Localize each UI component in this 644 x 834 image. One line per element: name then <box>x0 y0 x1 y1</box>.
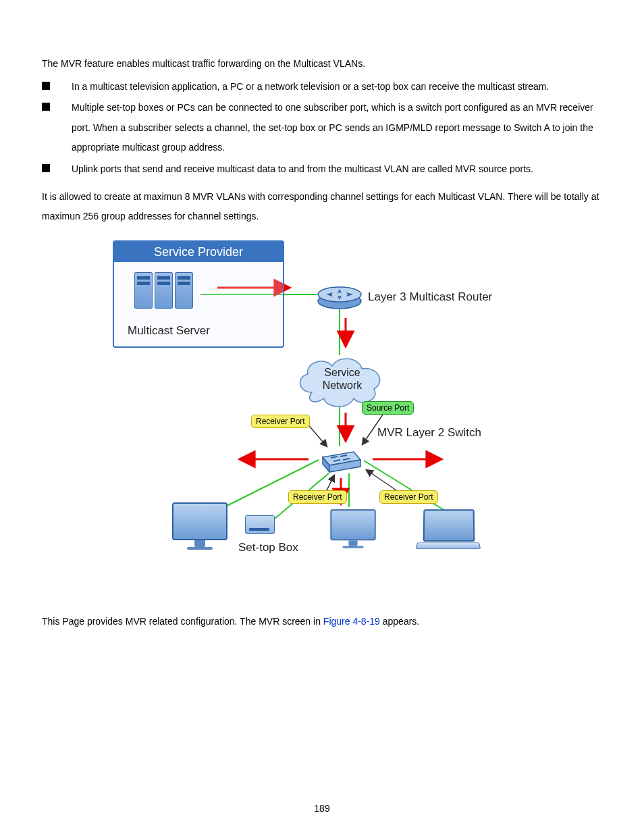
max-vlans-note: It is allowed to create at maximun 8 MVR… <box>42 187 602 227</box>
monitor-icon <box>172 502 227 550</box>
svg-line-15 <box>326 475 334 492</box>
switch-icon <box>319 446 365 473</box>
settop-box-icon <box>245 515 275 534</box>
receiver-port-tag: Receiver Port <box>251 415 310 428</box>
service-network-label: Service Network <box>292 366 393 392</box>
settop-box-label: Set-top Box <box>238 541 298 554</box>
service-provider-header: Service Provider <box>114 242 283 262</box>
document-page: The MVR feature enables multicast traffi… <box>0 0 644 834</box>
laptop-icon <box>423 509 480 551</box>
l3-router-label: Layer 3 Multicast Router <box>368 290 492 304</box>
bullet-item: Uplink ports that send and receive multi… <box>42 159 602 179</box>
page-number: 189 <box>0 803 644 814</box>
config-note-prefix: This Page provides MVR related configura… <box>42 616 323 627</box>
mvr-switch-label: MVR Layer 2 Switch <box>377 426 481 440</box>
svg-line-6 <box>364 461 450 514</box>
source-port-tag: Source Port <box>362 401 414 415</box>
monitor-icon <box>330 509 375 548</box>
svg-line-16 <box>367 470 396 490</box>
receiver-port-tag: Receiver Port <box>379 490 438 504</box>
multicast-server-label: Multicast Server <box>128 324 210 338</box>
intro-text: The MVR feature enables multicast traffi… <box>42 54 602 73</box>
server-rack-icon <box>134 272 193 309</box>
bullet-list: In a multicast television application, a… <box>42 77 602 179</box>
service-network-line1: Service <box>324 367 360 378</box>
config-note: This Page provides MVR related configura… <box>42 612 602 631</box>
service-provider-box: Service Provider Multicast Server <box>113 240 284 348</box>
mvr-topology-diagram: Service Provider Multicast Server Layer … <box>113 240 531 585</box>
service-network-line2: Network <box>323 380 363 391</box>
bullet-item: In a multicast television application, a… <box>42 77 602 97</box>
cloud-icon: Service Network <box>292 348 393 409</box>
router-icon <box>317 282 363 309</box>
bullet-item: Multiple set-top boxes or PCs can be con… <box>42 98 602 157</box>
config-note-suffix: appears. <box>380 616 419 627</box>
figure-reference-link[interactable]: Figure 4-8-19 <box>323 616 380 627</box>
receiver-port-tag: Receiver Port <box>288 490 347 504</box>
